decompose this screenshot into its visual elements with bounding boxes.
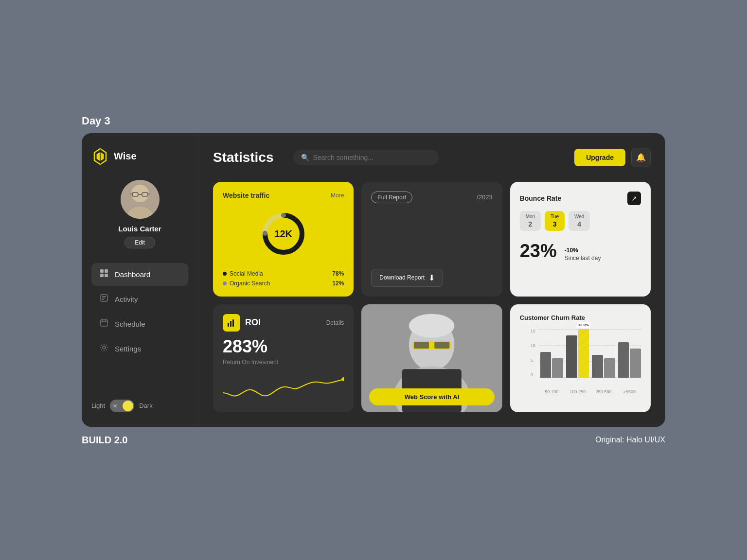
download-button[interactable]: Download Report ⬇ (371, 269, 443, 287)
svg-rect-14 (105, 269, 108, 273)
build-label: BUILD 2.0 (82, 435, 127, 446)
external-link-icon[interactable]: ↗ (627, 192, 641, 205)
roi-title-area: ROI (223, 314, 261, 332)
theme-toggle: Light ☀ Dark (91, 400, 188, 412)
theme-toggle-track[interactable]: ☀ (110, 400, 134, 412)
svg-point-7 (133, 187, 147, 200)
notification-button[interactable]: 🔔 (631, 148, 651, 167)
download-label: Download Report (379, 274, 425, 281)
svg-point-32 (341, 377, 344, 381)
roi-header: ROI Details (223, 314, 344, 332)
traffic-row-social: Social Media 78% (223, 270, 344, 277)
logo-text: Wise (114, 151, 137, 162)
sidebar-item-dashboard[interactable]: Dashboard (91, 263, 188, 286)
user-name: Louis Carter (118, 225, 161, 233)
header: Statistics 🔍 Upgrade 🔔 (213, 148, 651, 167)
churn-highlight-label: 12.8% (577, 322, 591, 328)
bounce-value: 23% (520, 241, 557, 262)
bounce-title: Bounce Rate (520, 194, 562, 202)
day-pill-mon[interactable]: Mon 2 (520, 211, 541, 231)
tue-num: 3 (553, 220, 557, 228)
webscore-card: Web Score with AI (361, 304, 502, 412)
svg-rect-16 (105, 274, 108, 277)
logo-icon (91, 148, 109, 165)
report-top: Full Report /2023 (371, 192, 492, 203)
churn-chart: 15 10 5 0 (531, 329, 641, 387)
wed-label: Wed (574, 214, 584, 219)
traffic-row-organic: Organic Search 12% (223, 280, 344, 287)
main-content: Statistics 🔍 Upgrade 🔔 Website tr (198, 133, 665, 427)
report-year: /2023 (477, 193, 493, 201)
svg-rect-13 (100, 269, 104, 273)
toggle-thumb (123, 401, 133, 411)
profile-area: Louis Carter Edit (91, 180, 188, 248)
day-pill-tue[interactable]: Tue 3 (545, 211, 565, 231)
edit-button[interactable]: Edit (124, 237, 155, 248)
search-icon: 🔍 (301, 154, 309, 161)
report-card: Full Report /2023 Download Report ⬇ (361, 182, 502, 297)
bounce-card: Bounce Rate ↗ Mon 2 Tue 3 Wed (510, 182, 651, 297)
sidebar-item-activity[interactable]: Activity (91, 288, 188, 311)
traffic-stats: Social Media 78% Organic Search 12% (223, 270, 344, 287)
header-right: Upgrade 🔔 (574, 148, 651, 167)
social-pct: 78% (332, 270, 344, 277)
svg-point-25 (103, 346, 106, 349)
roi-sub: Return On Invesment (223, 359, 344, 366)
settings-icon (99, 343, 109, 354)
svg-rect-29 (228, 323, 229, 327)
wed-num: 4 (577, 220, 581, 228)
day-label: Day 3 (82, 115, 665, 127)
churn-card: Customer Churn Rate 15 10 5 0 (510, 304, 651, 412)
roi-card: ROI Details 283% Return On Invesment (213, 304, 354, 412)
dark-label: Dark (139, 402, 152, 409)
bell-icon: 🔔 (636, 153, 646, 162)
tue-label: Tue (551, 214, 559, 219)
donut-chart: 12K (259, 210, 308, 258)
svg-rect-31 (232, 319, 234, 327)
report-badge[interactable]: Full Report (371, 192, 412, 203)
svg-rect-15 (100, 274, 104, 277)
light-label: Light (91, 402, 105, 409)
search-input[interactable] (313, 154, 431, 161)
svg-rect-21 (101, 320, 107, 326)
bounce-header: Bounce Rate ↗ (520, 192, 641, 205)
day-pills: Mon 2 Tue 3 Wed 4 (520, 211, 641, 231)
organic-pct: 12% (332, 280, 344, 287)
webscore-overlay: Web Score with AI (361, 382, 502, 412)
x-label-3: 250-500 (592, 389, 615, 394)
organic-label: Organic Search (230, 280, 270, 287)
search-bar[interactable]: 🔍 (293, 150, 439, 165)
report-bottom: Download Report ⬇ (371, 269, 492, 287)
roi-icon (223, 314, 240, 332)
roi-title: ROI (245, 317, 261, 328)
traffic-card-header: Website traffic More (223, 192, 344, 199)
change-pct: -10% (565, 247, 601, 254)
social-dot (223, 272, 227, 276)
svg-rect-38 (435, 342, 450, 348)
roi-chart (223, 373, 344, 402)
nav-menu: Dashboard Activity (91, 263, 188, 390)
sidebar-item-settings[interactable]: Settings (91, 337, 188, 360)
x-label-4: >$500 (618, 389, 641, 394)
mon-num: 2 (528, 220, 532, 228)
roi-value: 283% (223, 336, 344, 357)
upgrade-button[interactable]: Upgrade (574, 149, 625, 166)
sidebar-item-activity-label: Activity (115, 295, 138, 303)
sidebar-item-schedule[interactable]: Schedule (91, 313, 188, 335)
change-label: Since last day (565, 255, 601, 262)
roi-details[interactable]: Details (326, 319, 344, 326)
social-label: Social Media (230, 270, 263, 277)
bounce-stats: 23% -10% Since last day (520, 241, 641, 262)
download-icon: ⬇ (428, 273, 435, 282)
page-title: Statistics (213, 150, 274, 165)
organic-dot (223, 281, 227, 285)
sun-icon: ☀ (112, 402, 118, 410)
logo-area: Wise (91, 148, 188, 165)
day-pill-wed[interactable]: Wed 4 (569, 211, 590, 231)
original-label: Original: Halo UI/UX (595, 436, 665, 444)
sidebar-item-settings-label: Settings (115, 345, 141, 353)
mon-label: Mon (526, 214, 535, 219)
webscore-button[interactable]: Web Score with AI (369, 388, 494, 405)
traffic-more[interactable]: More (331, 192, 344, 199)
sidebar: Wise (82, 133, 198, 427)
